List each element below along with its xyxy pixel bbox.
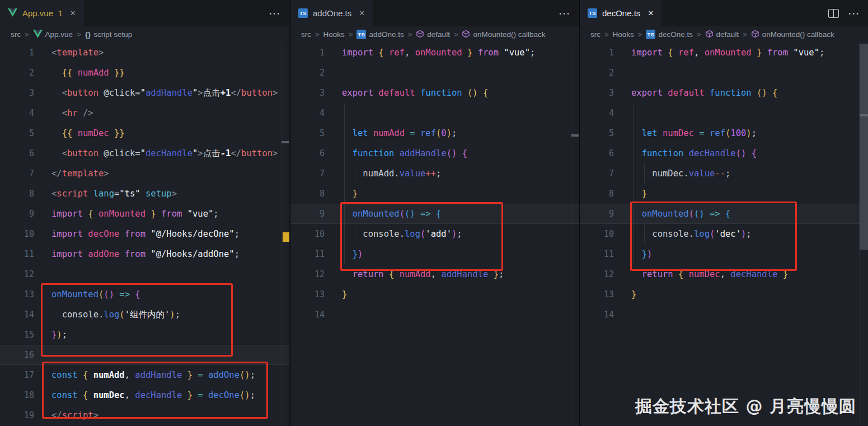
- code-line[interactable]: 1<template>: [0, 43, 289, 63]
- code-text: </template>: [51, 163, 109, 184]
- code-line[interactable]: 6 function decHandle() {: [580, 143, 868, 163]
- breadcrumb-item[interactable]: onMounted() callback: [462, 30, 545, 40]
- breadcrumb-item[interactable]: Hooks: [613, 30, 634, 39]
- tab-addOne.ts[interactable]: TSaddOne.ts✕: [290, 0, 373, 26]
- line-number: 9: [0, 204, 34, 224]
- code-text: export default function () {: [342, 83, 488, 103]
- tab-close-icon[interactable]: ✕: [648, 9, 654, 17]
- code-line[interactable]: 14: [580, 305, 868, 325]
- line-number: 6: [580, 143, 614, 163]
- tab-decOne.ts[interactable]: TSdecOne.ts✕: [580, 0, 661, 26]
- code-line[interactable]: 5 let numAdd = ref(0);: [290, 123, 579, 143]
- code-line[interactable]: 9import { onMounted } from "vue";: [0, 204, 289, 224]
- code-line[interactable]: 5 {{ numDec }}: [0, 123, 289, 143]
- code-text: <button @click="addHandle">点击+1</button>: [51, 83, 278, 103]
- line-number: 1: [290, 43, 325, 63]
- breadcrumb-item[interactable]: src: [590, 30, 600, 39]
- breadcrumb-separator: >: [408, 30, 412, 39]
- code-line[interactable]: 7</template>: [0, 163, 289, 184]
- code-line[interactable]: 7 numDec.value--;: [580, 163, 868, 184]
- line-number: 18: [0, 385, 34, 405]
- breadcrumb-item[interactable]: TSaddOne.ts: [356, 30, 403, 39]
- line-number: 7: [290, 163, 325, 184]
- code-text: numDec.value--;: [631, 163, 730, 184]
- code-text: {{ numDec }}: [51, 123, 125, 143]
- code-line[interactable]: 11import addOne from "@/Hooks/addOne";: [0, 244, 289, 264]
- breadcrumb-item[interactable]: default: [705, 30, 739, 40]
- code-line[interactable]: 4: [290, 103, 579, 123]
- vscode-window: 1<template>2 {{ numAdd }}3 <button @clic…: [0, 0, 868, 426]
- breadcrumb-item[interactable]: Hooks: [323, 30, 345, 39]
- code-text: <template>: [51, 43, 104, 63]
- line-number: 5: [0, 123, 34, 143]
- breadcrumb-item[interactable]: src: [11, 30, 21, 39]
- code-line[interactable]: 4: [580, 103, 868, 123]
- code-line[interactable]: 3export default function () {: [290, 83, 579, 103]
- line-number: 10: [290, 224, 325, 244]
- line-number: 3: [580, 83, 614, 103]
- code-line[interactable]: 1import { ref, onMounted } from "vue";: [580, 43, 868, 63]
- code-text: }: [631, 284, 636, 305]
- tab-close-icon[interactable]: ✕: [70, 9, 76, 17]
- more-actions-icon[interactable]: ⋯: [848, 7, 860, 19]
- line-number: 4: [290, 103, 325, 123]
- breadcrumb: src>Hooks>TSaddOne.ts>default>onMounted(…: [290, 26, 579, 43]
- code-line[interactable]: 6 function addHandle() {: [290, 143, 579, 163]
- code-text: <hr />: [51, 103, 93, 123]
- code-text: {{ numAdd }}: [51, 63, 125, 83]
- code-line[interactable]: 10import decOne from "@/Hooks/decOne";: [0, 224, 289, 244]
- breadcrumb-separator: >: [349, 30, 353, 39]
- tab-bar: App.vue1✕⋯: [0, 0, 289, 26]
- breadcrumb-label: addOne.ts: [369, 30, 403, 39]
- breadcrumb-separator: >: [315, 30, 320, 39]
- line-number: 9: [580, 204, 614, 224]
- line-number: 1: [0, 43, 34, 63]
- code-line[interactable]: 1import { ref, onMounted } from "vue";: [290, 43, 579, 63]
- code-line[interactable]: 13}: [290, 284, 579, 305]
- tab-App.vue[interactable]: App.vue1✕: [0, 0, 84, 26]
- code-line[interactable]: 8<script lang="ts" setup>: [0, 184, 289, 204]
- line-number: 5: [290, 123, 325, 143]
- code-line[interactable]: 8 }: [290, 184, 579, 204]
- scrollbar-slider[interactable]: [860, 44, 868, 250]
- breadcrumb-item[interactable]: {}script setup: [85, 30, 133, 39]
- breadcrumb-item[interactable]: App.vue: [33, 30, 73, 40]
- watermark: 掘金技术社区 @ 月亮慢慢圆: [635, 395, 856, 418]
- code-line[interactable]: 3 <button @click="addHandle">点击+1</butto…: [0, 83, 289, 103]
- breadcrumb-separator: >: [604, 30, 609, 39]
- code-line[interactable]: 5 let numDec = ref(100);: [580, 123, 868, 143]
- breadcrumb-item[interactable]: TSdecOne.ts: [646, 30, 693, 39]
- braces-icon: {}: [85, 30, 91, 39]
- line-number: 1: [580, 43, 614, 63]
- code-line[interactable]: 14: [290, 305, 579, 325]
- annotation-box: [340, 202, 503, 271]
- line-number: 14: [580, 305, 614, 325]
- code-line[interactable]: 3export default function () {: [580, 83, 868, 103]
- breadcrumb-item[interactable]: src: [301, 30, 311, 39]
- code-line[interactable]: 7 numAdd.value++;: [290, 163, 579, 184]
- code-line[interactable]: 6 <button @click="decHandle">点击-1</butto…: [0, 143, 289, 163]
- breadcrumb: src>App.vue>{}script setup: [0, 26, 289, 43]
- code-text: <button @click="decHandle">点击-1</button>: [51, 143, 278, 163]
- code-text: import { ref, onMounted } from "vue";: [342, 43, 535, 63]
- line-number: 2: [580, 63, 614, 83]
- code-line[interactable]: 12: [0, 264, 289, 284]
- more-actions-icon[interactable]: ⋯: [269, 7, 280, 19]
- breadcrumb-item[interactable]: default: [416, 30, 450, 40]
- typescript-file-icon: TS: [298, 8, 308, 18]
- code-line[interactable]: 2 {{ numAdd }}: [0, 63, 289, 83]
- split-editor-icon[interactable]: [828, 9, 839, 18]
- breadcrumb: src>Hooks>TSdecOne.ts>default>onMounted(…: [580, 26, 868, 43]
- code-line[interactable]: 2: [580, 63, 868, 83]
- more-actions-icon[interactable]: ⋯: [559, 7, 570, 19]
- tab-close-icon[interactable]: ✕: [359, 9, 365, 17]
- breadcrumb-item[interactable]: onMounted() callback: [751, 30, 834, 40]
- code-line[interactable]: 2: [290, 63, 579, 83]
- line-number: 19: [0, 405, 34, 425]
- code-line[interactable]: 13}: [580, 284, 868, 305]
- scrollbar-slider[interactable]: [571, 134, 579, 137]
- scrollbar-slider[interactable]: [281, 141, 289, 143]
- breadcrumb-separator: >: [454, 30, 458, 39]
- code-line[interactable]: 4 <hr />: [0, 103, 289, 123]
- code-line[interactable]: 8 }: [580, 184, 868, 204]
